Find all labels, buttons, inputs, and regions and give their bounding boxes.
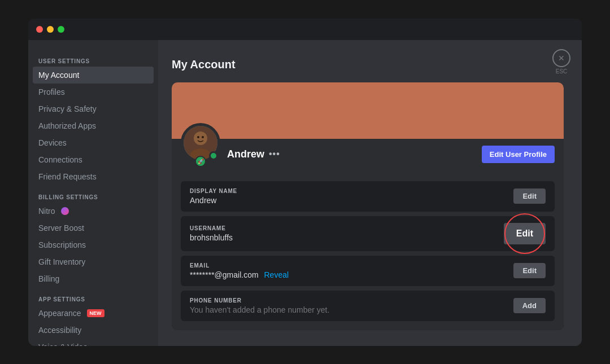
app-settings-label: App Settings	[33, 292, 154, 305]
sidebar-item-authorized-apps[interactable]: Authorized Apps	[33, 117, 154, 134]
nitro-server-badge: 🚀	[195, 156, 206, 167]
app-window: User Settings My Account Profiles Privac…	[28, 19, 582, 346]
online-badge	[209, 151, 218, 160]
phone-label: Phone Number	[190, 297, 329, 304]
billing-settings-label: Billing Settings	[33, 190, 154, 203]
username-value: brohsnbluffs	[190, 233, 233, 242]
avatar-wrapper: 🚀	[181, 123, 220, 163]
edit-profile-button[interactable]: Edit User Profile	[482, 146, 555, 163]
sidebar-item-label: My Account	[38, 71, 79, 80]
nitro-icon	[61, 207, 69, 215]
display-name-field-row: Display Name Andrew Edit	[181, 181, 555, 212]
email-field-row: Email ********@gmail.com Reveal Edit	[181, 256, 555, 286]
main-content: ✕ ESC My Account	[158, 40, 582, 346]
phone-value: You haven't added a phone number yet.	[190, 305, 329, 314]
esc-label: ESC	[556, 68, 568, 74]
email-edit-button[interactable]: Edit	[513, 263, 546, 278]
svg-point-4	[202, 136, 204, 138]
sidebar: User Settings My Account Profiles Privac…	[28, 40, 158, 346]
sidebar-item-label: Devices	[38, 138, 67, 147]
display-name-label: Display Name	[190, 188, 237, 194]
profile-name: Andrew •••	[227, 148, 482, 160]
sidebar-item-label: Voice & Video	[38, 343, 88, 346]
close-button[interactable]	[36, 26, 43, 33]
svg-point-3	[197, 136, 199, 138]
sidebar-item-label: Gift Inventory	[38, 257, 85, 266]
sidebar-item-label: Accessibility	[38, 326, 81, 335]
esc-circle-icon: ✕	[552, 49, 570, 67]
sidebar-item-profiles[interactable]: Profiles	[33, 84, 154, 100]
username-edit-button[interactable]: Edit	[504, 223, 546, 244]
display-name-edit-button[interactable]: Edit	[513, 188, 546, 204]
profile-info-row: 🚀 Andrew ••• Edit User Profile	[172, 139, 564, 172]
username-label: Username	[190, 225, 233, 231]
sidebar-item-appearance[interactable]: Appearance NEW	[33, 305, 154, 322]
sidebar-item-friend-requests[interactable]: Friend Requests	[33, 168, 154, 185]
new-badge: NEW	[87, 309, 104, 317]
traffic-lights	[36, 26, 64, 33]
display-name-value: Andrew	[190, 196, 237, 205]
sidebar-item-accessibility[interactable]: Accessibility	[33, 322, 154, 339]
sidebar-item-subscriptions[interactable]: Subscriptions	[33, 236, 154, 253]
phone-add-button[interactable]: Add	[513, 298, 546, 313]
sidebar-item-label: Connections	[38, 155, 82, 164]
account-fields: Display Name Andrew Edit Username brohsn…	[172, 172, 564, 330]
profile-name-area: Andrew •••	[227, 142, 482, 160]
username-field-row: Username brohsnbluffs Edit	[181, 216, 555, 251]
sidebar-item-label: Profiles	[38, 87, 65, 97]
email-value: ********@gmail.com Reveal	[190, 270, 289, 279]
sidebar-item-nitro[interactable]: Nitro	[33, 203, 154, 220]
minimize-button[interactable]	[47, 26, 54, 33]
maximize-button[interactable]	[58, 26, 64, 33]
sidebar-item-voice-video[interactable]: Voice & Video	[33, 339, 154, 346]
sidebar-item-label: Nitro	[38, 207, 55, 216]
user-settings-label: User Settings	[33, 54, 154, 67]
sidebar-item-label: Authorized Apps	[38, 121, 96, 130]
phone-field-row: Phone Number You haven't added a phone n…	[181, 291, 555, 321]
display-name: Andrew	[227, 148, 264, 160]
phone-group: Phone Number You haven't added a phone n…	[190, 297, 329, 314]
email-label: Email	[190, 262, 289, 269]
profile-banner	[172, 82, 564, 139]
username-group: Username brohsnbluffs	[190, 225, 233, 242]
reveal-link[interactable]: Reveal	[264, 270, 289, 279]
username-edit-wrapper: Edit	[504, 223, 546, 244]
sidebar-item-privacy-safety[interactable]: Privacy & Safety	[33, 100, 154, 117]
profile-card: 🚀 Andrew ••• Edit User Profile	[172, 82, 564, 330]
sidebar-item-connections[interactable]: Connections	[33, 151, 154, 168]
profile-dots: •••	[269, 149, 280, 159]
title-bar	[28, 19, 582, 40]
sidebar-item-label: Subscriptions	[38, 240, 86, 249]
page-title: My Account	[172, 58, 564, 71]
svg-point-1	[194, 131, 207, 145]
sidebar-item-billing[interactable]: Billing	[33, 270, 154, 287]
display-name-group: Display Name Andrew	[190, 188, 237, 205]
sidebar-item-label: Billing	[38, 274, 59, 283]
sidebar-item-label: Appearance	[38, 309, 81, 318]
sidebar-item-devices[interactable]: Devices	[33, 134, 154, 151]
sidebar-item-label: Friend Requests	[38, 172, 97, 181]
sidebar-item-label: Server Boost	[38, 223, 84, 233]
sidebar-item-my-account[interactable]: My Account	[33, 67, 154, 84]
sidebar-item-label: Privacy & Safety	[38, 104, 97, 113]
email-group: Email ********@gmail.com Reveal	[190, 262, 289, 279]
sidebar-item-server-boost[interactable]: Server Boost	[33, 220, 154, 236]
window-body: User Settings My Account Profiles Privac…	[28, 40, 582, 346]
sidebar-item-gift-inventory[interactable]: Gift Inventory	[33, 253, 154, 270]
esc-button[interactable]: ✕ ESC	[552, 49, 570, 74]
